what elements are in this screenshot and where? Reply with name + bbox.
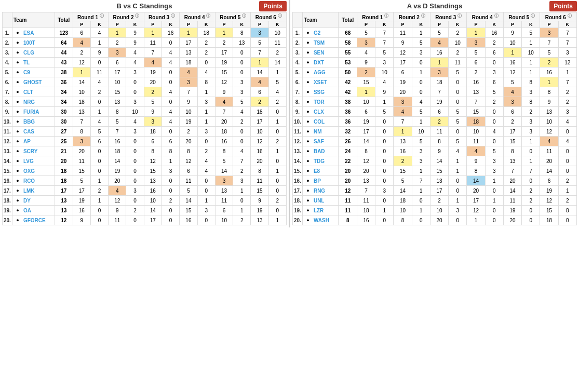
r3k-cell: 6	[162, 137, 180, 146]
r1k-cell: 0	[90, 97, 108, 107]
r2p-cell: 10	[109, 77, 126, 87]
total-cell: 12	[339, 186, 357, 196]
r1k-cell: 10	[375, 67, 394, 77]
table-row: 18. ● DY 13 19 1 12 0 10 2 14 1 11 0 9 2	[3, 196, 287, 206]
points-button[interactable]: Points	[549, 1, 577, 11]
team-name: UNL	[314, 198, 325, 204]
rank-cell: 14.	[3, 156, 12, 166]
table-row: 7. ● SSG 42 1 9 20 0 7 0 13 5 4 3 8 2	[293, 87, 577, 97]
r5k-cell: 2	[522, 196, 540, 206]
r4p-cell: 17	[467, 196, 485, 206]
r4k-cell: 16	[485, 28, 503, 38]
r1p-cell: 4	[73, 38, 90, 48]
team-cell: ● 100T	[12, 38, 55, 48]
r3p-cell: 15	[144, 166, 161, 176]
total-cell: 18	[55, 176, 73, 186]
r6p-cell: 12	[540, 196, 558, 206]
r4p-cell: 7	[467, 97, 485, 107]
r2p-cell: 15	[394, 166, 412, 176]
table-row: 11. ● NM 32 17 0 1 10 11 0 10 4 17 3 12 …	[293, 127, 577, 137]
r6k-cell: 2	[268, 48, 286, 58]
r4k-cell: 2	[197, 38, 215, 48]
r1p-cell: 3	[73, 137, 90, 146]
points-button[interactable]: Points	[259, 1, 287, 11]
r2k-cell: 4	[126, 58, 144, 67]
r6p-cell: 4	[540, 137, 558, 146]
team-name: TL	[23, 60, 30, 65]
r2k-cell: 5	[412, 107, 430, 117]
r1k-cell: 6	[90, 137, 108, 146]
r6k-cell: 1	[558, 186, 576, 196]
r1p-cell: 14	[357, 137, 375, 146]
r6p-cell: 13	[540, 107, 558, 117]
total-cell: 68	[339, 28, 357, 38]
standings-table: Team Total Round 1 ⓘ Round 2 ⓘ Round 3 ⓘ…	[2, 12, 287, 225]
table-row: 20. ● WASH 8 16 0 8 0 20 0 1 0 20 0 18 0	[293, 215, 577, 225]
table-row: 17. ● RNG 12 7 3 14 1 17 0 20 0 14 2 19 …	[293, 186, 577, 196]
team-icon: ●	[304, 107, 312, 116]
r5p-cell: 2	[503, 117, 521, 127]
team-header: Team	[302, 12, 339, 28]
r1p-cell: 5	[357, 28, 375, 38]
team-name: SCRY	[23, 148, 37, 154]
r6k-cell: 14	[268, 58, 286, 67]
r2p-cell: 14	[109, 156, 126, 166]
table-row: 3. ● CLG 44 2 9 3 4 7 4 13 2 17 0 7 2	[3, 48, 287, 58]
table-row: 12. ● AP 25 3 6 16 0 6 6 20 0 16 0 12 2	[3, 137, 287, 146]
team-cell: ● RCO	[12, 176, 55, 186]
r5p-cell: 19	[215, 58, 233, 67]
r3k-cell: 0	[162, 206, 180, 215]
r5k-cell: 3	[522, 127, 540, 137]
r2p-cell: 18	[394, 196, 412, 206]
r3k-cell: 1	[449, 156, 467, 166]
r5p-cell: 2	[215, 38, 233, 48]
r3k-cell: 0	[449, 176, 467, 186]
r6k-cell: 0	[268, 127, 286, 137]
team-cell: ● WASH	[302, 215, 339, 225]
r6k-cell: 3	[558, 107, 576, 117]
r4p-cell: 10	[180, 107, 197, 117]
team-name: LMK	[23, 188, 35, 194]
rank-header	[3, 12, 12, 28]
total-cell: 36	[339, 107, 357, 117]
r3k-cell: 11	[449, 58, 467, 67]
r4p-cell: 9	[180, 97, 197, 107]
r5p-cell: 20	[215, 117, 233, 127]
r5k-cell: 8	[522, 97, 540, 107]
r6p-cell: 3	[251, 28, 268, 38]
team-cell: ● UNL	[302, 196, 339, 206]
table-row: 13. ● BAD 24 8 0 16 3 9 4 4 5 8 0 11 0	[293, 146, 577, 156]
r2k-cell: 1	[412, 28, 430, 38]
table-row: 8. ● TOR 38 10 1 3 4 19 0 7 2 3 8 9 2	[293, 97, 577, 107]
total-cell: 55	[339, 48, 357, 58]
r6k-cell: 7	[558, 28, 576, 38]
r6k-cell: 0	[558, 146, 576, 156]
r4p-header: P	[180, 21, 197, 28]
r4p-cell: 2	[180, 127, 197, 137]
r5k-cell: 8	[522, 77, 540, 87]
round2-header: Round 2 ⓘ	[109, 12, 144, 21]
total-cell: 22	[339, 156, 357, 166]
team-icon: ●	[304, 68, 312, 76]
r4k-cell: 1	[197, 117, 215, 127]
r2k-cell: 0	[126, 137, 144, 146]
r6k-cell: 7	[558, 38, 576, 48]
r3k-cell: 4	[162, 107, 180, 117]
team-icon: ●	[14, 58, 22, 66]
r5k-cell: 3	[233, 77, 251, 87]
round1-header: Round 1 ⓘ	[73, 12, 109, 21]
table-row: 10. ● BBG 30 7 4 5 4 3 4 19 1 20 2 17 1	[3, 117, 287, 127]
r5p-cell: 9	[503, 28, 521, 38]
total-cell: 38	[339, 97, 357, 107]
team-icon: ●	[304, 38, 312, 47]
r4k-cell: 3	[197, 127, 215, 137]
r6p-cell: 9	[540, 97, 558, 107]
r6k-cell: 4	[268, 87, 286, 97]
total-cell: 50	[339, 67, 357, 77]
r5p-cell: 7	[215, 107, 233, 117]
r4k-cell: 5	[485, 146, 503, 156]
table-row: 14. ● LVG 20 11 0 14 0 12 1 12 4 5 7 20 …	[3, 156, 287, 166]
r3k-cell: 4	[449, 146, 467, 156]
r5p-cell: 1	[215, 28, 233, 38]
r3p-cell: 14	[144, 206, 161, 215]
